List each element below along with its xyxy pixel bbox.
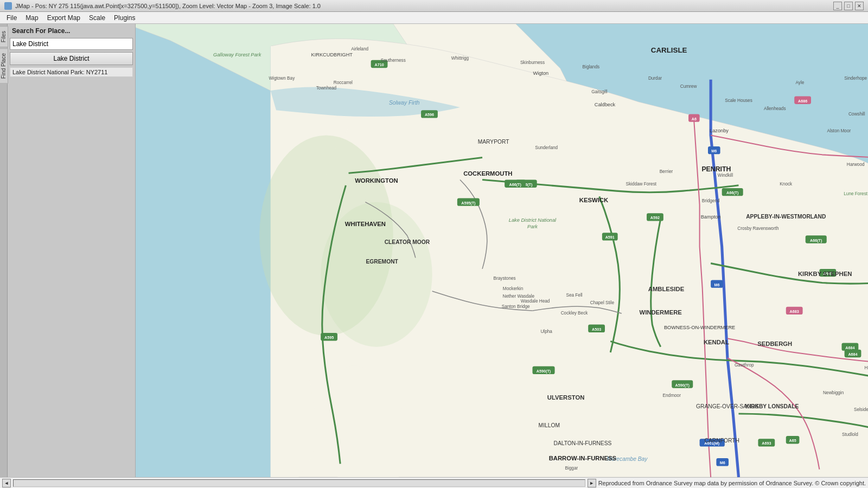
svg-text:A66(T): A66(T) bbox=[726, 191, 739, 195]
svg-text:Sinderhope: Sinderhope bbox=[844, 76, 867, 81]
svg-text:Sea Fell: Sea Fell bbox=[566, 293, 582, 298]
svg-text:Skinburness: Skinburness bbox=[520, 60, 545, 65]
svg-text:Endmoor: Endmoor bbox=[663, 393, 681, 398]
svg-text:CARNFORTH: CARNFORTH bbox=[705, 438, 739, 444]
svg-text:Skiddaw Forest: Skiddaw Forest bbox=[626, 182, 656, 187]
svg-text:Wigtown Bay: Wigtown Bay bbox=[269, 76, 295, 81]
svg-text:PENRITH: PENRITH bbox=[701, 165, 731, 173]
map-area[interactable]: A710 A595 A596 A66(T) A66(T) A592 A591 A… bbox=[136, 24, 868, 477]
tab-find-place[interactable]: Find Place bbox=[0, 48, 8, 84]
svg-text:Studlold: Studlold bbox=[842, 432, 858, 437]
svg-text:KIRKBY STEPHEN: KIRKBY STEPHEN bbox=[798, 271, 852, 277]
svg-text:KIRKBY LONSDALE: KIRKBY LONSDALE bbox=[745, 403, 799, 409]
title-bar-controls[interactable]: _ □ ✕ bbox=[833, 2, 864, 10]
svg-text:A595(T): A595(T) bbox=[461, 201, 476, 206]
svg-text:Mockerkin: Mockerkin bbox=[503, 286, 524, 291]
svg-text:M6: M6 bbox=[720, 461, 725, 465]
svg-text:A65: A65 bbox=[789, 439, 796, 443]
svg-text:A503: A503 bbox=[592, 328, 601, 332]
left-panel: Files Find Place Search For Place... Lak… bbox=[0, 24, 136, 477]
svg-text:Harwood: Harwood bbox=[847, 162, 865, 167]
svg-text:KIRKCUDBRIGHT: KIRKCUDBRIGHT bbox=[311, 52, 353, 57]
svg-text:MILLOM: MILLOM bbox=[539, 422, 560, 428]
svg-text:Southerness: Southerness bbox=[381, 58, 406, 63]
svg-text:Cowshill: Cowshill bbox=[848, 112, 865, 117]
title-text: JMap - Pos: NY 275 115(java.awt.Point[x=… bbox=[15, 3, 321, 9]
svg-text:Selside: Selside bbox=[854, 407, 868, 412]
svg-text:M6: M6 bbox=[711, 149, 717, 153]
svg-text:Santon Bridge: Santon Bridge bbox=[502, 304, 530, 309]
menu-scale[interactable]: Scale bbox=[85, 13, 110, 23]
svg-text:Berrier: Berrier bbox=[660, 169, 673, 174]
title-bar: JMap - Pos: NY 275 115(java.awt.Point[x=… bbox=[0, 0, 868, 12]
vertical-tab-container: Files Find Place bbox=[0, 24, 8, 477]
svg-text:EGREMONT: EGREMONT bbox=[366, 259, 399, 265]
app-icon bbox=[4, 2, 12, 10]
tab-files[interactable]: Files bbox=[0, 26, 8, 47]
svg-text:Windkill: Windkill bbox=[718, 173, 733, 178]
svg-text:Crosby Ravensworth: Crosby Ravensworth bbox=[737, 226, 779, 231]
svg-text:Ayle: Ayle bbox=[796, 80, 805, 85]
svg-text:A66(T): A66(T) bbox=[509, 183, 521, 187]
svg-text:Sunderland: Sunderland bbox=[535, 145, 558, 150]
svg-text:MARYPORT: MARYPORT bbox=[478, 139, 510, 145]
svg-text:Lazonby: Lazonby bbox=[710, 128, 729, 133]
svg-text:DALTON-IN-FURNESS: DALTON-IN-FURNESS bbox=[553, 440, 611, 446]
svg-text:A66(T): A66(T) bbox=[810, 239, 822, 243]
svg-text:Knock: Knock bbox=[780, 182, 793, 187]
svg-text:COCKERMOUTH: COCKERMOUTH bbox=[463, 170, 512, 177]
maximize-button[interactable]: □ bbox=[844, 2, 853, 10]
svg-text:Biggar: Biggar bbox=[565, 466, 578, 471]
svg-text:Bampton: Bampton bbox=[701, 214, 721, 220]
svg-text:Ulpha: Ulpha bbox=[540, 329, 552, 334]
svg-text:WORKINGTON: WORKINGTON bbox=[355, 177, 398, 184]
close-button[interactable]: ✕ bbox=[855, 2, 864, 10]
svg-text:Nether Wasdale: Nether Wasdale bbox=[503, 294, 535, 299]
svg-text:BARROW-IN-FURNESS: BARROW-IN-FURNESS bbox=[549, 455, 617, 461]
svg-text:A590(T): A590(T) bbox=[675, 383, 690, 388]
menu-map[interactable]: Map bbox=[21, 13, 42, 23]
svg-text:A590(T): A590(T) bbox=[537, 369, 551, 374]
search-input[interactable] bbox=[10, 38, 133, 50]
svg-text:A6: A6 bbox=[692, 117, 697, 121]
search-button[interactable]: Lake District bbox=[10, 52, 133, 65]
svg-text:CLEATOR MOOR: CLEATOR MOOR bbox=[385, 239, 430, 245]
horizontal-scrollbar[interactable] bbox=[13, 479, 585, 487]
svg-text:Newbiggin: Newbiggin bbox=[823, 390, 844, 395]
svg-text:Solway Firth: Solway Firth bbox=[389, 100, 420, 106]
svg-text:CARLISLE: CARLISLE bbox=[651, 46, 687, 54]
menu-export-map[interactable]: Export Map bbox=[43, 13, 85, 23]
svg-text:A683: A683 bbox=[790, 310, 799, 314]
svg-text:Gawthrop: Gawthrop bbox=[735, 363, 754, 368]
title-bar-left: JMap - Pos: NY 275 115(java.awt.Point[x=… bbox=[4, 2, 321, 10]
svg-text:Park: Park bbox=[527, 224, 538, 229]
scroll-left-button[interactable]: ◄ bbox=[2, 479, 11, 487]
svg-text:AMBLESIDE: AMBLESIDE bbox=[648, 286, 685, 292]
search-panel: Search For Place... Lake District Lake D… bbox=[8, 24, 135, 477]
svg-text:Townhead: Townhead bbox=[316, 86, 337, 91]
svg-text:Chapel Stile: Chapel Stile bbox=[590, 300, 615, 305]
menu-bar: File Map Export Map Scale Plugins bbox=[0, 12, 868, 24]
svg-text:Lake District National: Lake District National bbox=[509, 217, 557, 223]
svg-text:Alston Moor: Alston Moor bbox=[827, 129, 851, 133]
menu-file[interactable]: File bbox=[2, 13, 21, 23]
svg-text:KENDAL: KENDAL bbox=[704, 339, 729, 345]
svg-text:M6: M6 bbox=[714, 283, 719, 287]
svg-text:BOWNESS-ON-WINDERMERE: BOWNESS-ON-WINDERMERE bbox=[664, 325, 735, 330]
status-bar: ◄ ► Reproduced from Ordnance Survey map … bbox=[0, 477, 868, 488]
search-result: Lake District National Park: NY2711 bbox=[10, 67, 133, 77]
menu-plugins[interactable]: Plugins bbox=[110, 13, 139, 23]
svg-text:A592: A592 bbox=[650, 216, 660, 220]
svg-text:Galloway Forest Park: Galloway Forest Park bbox=[213, 52, 261, 57]
svg-text:Lune Forest: Lune Forest bbox=[844, 191, 867, 196]
scroll-right-button[interactable]: ► bbox=[588, 479, 596, 487]
minimize-button[interactable]: _ bbox=[833, 2, 842, 10]
svg-text:Roccarrel: Roccarrel bbox=[334, 80, 353, 85]
search-label: Search For Place... bbox=[10, 26, 133, 36]
svg-text:Hubberholme: Hubberholme bbox=[865, 365, 868, 370]
svg-text:Wigton: Wigton bbox=[533, 70, 549, 76]
svg-text:Durdar: Durdar bbox=[648, 76, 662, 81]
main-area: Files Find Place Search For Place... Lak… bbox=[0, 24, 868, 477]
svg-text:A693: A693 bbox=[762, 441, 771, 446]
svg-text:SEDBERGH: SEDBERGH bbox=[757, 341, 792, 347]
